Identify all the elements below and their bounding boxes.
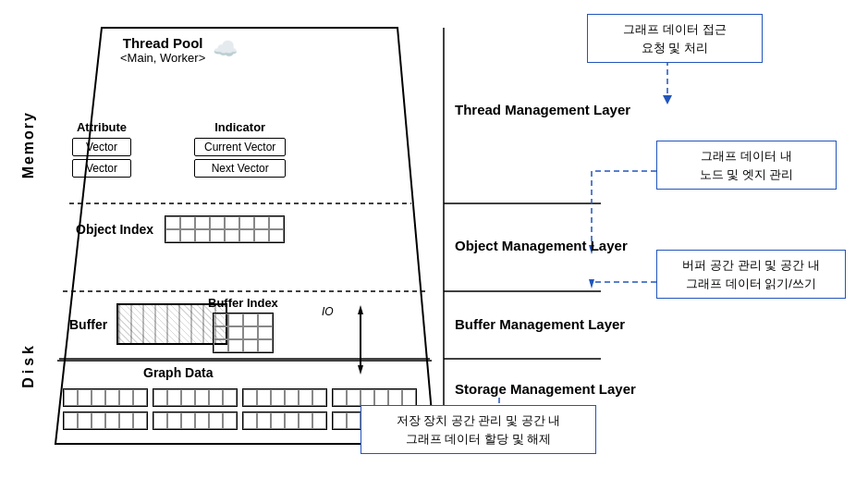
disk-group-6 bbox=[153, 411, 238, 430]
cloud-icon: ☁️ bbox=[213, 37, 238, 61]
disk-group-4 bbox=[332, 388, 417, 407]
korean-box-4: 저장 장치 공간 관리 및 공간 내 그래프 데이터 할당 및 해제 bbox=[361, 405, 596, 454]
buffer-index-grid bbox=[213, 313, 274, 353]
svg-marker-15 bbox=[589, 279, 594, 289]
korean-box-2: 그래프 데이터 내 노드 및 엣지 관리 bbox=[656, 141, 837, 190]
main-container: Memory Disk Thread Pool <Main, Worker> ☁… bbox=[0, 0, 868, 479]
graph-data-label: Graph Data bbox=[143, 365, 213, 380]
disk-group-2 bbox=[153, 388, 238, 407]
object-index-grid bbox=[165, 215, 285, 243]
thread-mgmt-label: Thread Management Layer bbox=[455, 100, 630, 119]
svg-marker-19 bbox=[358, 305, 363, 314]
object-index-section: Object Index bbox=[76, 215, 285, 243]
indicator-section: Indicator Current Vector Next Vector bbox=[194, 120, 286, 178]
disk-group-7 bbox=[242, 411, 327, 430]
ind-current: Current Vector bbox=[194, 138, 286, 156]
korean-box-3-line1: 버퍼 공간 관리 및 공간 내 bbox=[682, 258, 819, 272]
attribute-label: Attribute bbox=[72, 120, 131, 134]
disk-group-3 bbox=[242, 388, 327, 407]
buffer-section: Buffer bbox=[69, 303, 227, 345]
korean-box-1: 그래프 데이터 접근 요청 및 처리 bbox=[587, 14, 763, 63]
korean-box-2-line2: 노드 및 엣지 관리 bbox=[700, 167, 794, 181]
object-index-label: Object Index bbox=[76, 222, 153, 237]
korean-box-3: 버퍼 공간 관리 및 공간 내 그래프 데이터 읽기/쓰기 bbox=[656, 250, 846, 299]
korean-box-1-line1: 그래프 데이터 접근 bbox=[623, 22, 726, 36]
disk-row-1 bbox=[63, 388, 428, 407]
io-label: IO bbox=[322, 305, 334, 318]
disk-group-1 bbox=[63, 388, 148, 407]
korean-box-3-line2: 그래프 데이터 읽기/쓰기 bbox=[686, 276, 816, 290]
ind-next: Next Vector bbox=[194, 159, 286, 178]
storage-mgmt-label: Storage Management Layer bbox=[455, 379, 636, 399]
memory-label: Memory bbox=[20, 111, 37, 178]
thread-pool-sub: <Main, Worker> bbox=[120, 51, 205, 65]
object-mgmt-label: Object Management Layer bbox=[455, 236, 628, 255]
thread-pool-section: Thread Pool <Main, Worker> ☁️ bbox=[120, 35, 238, 65]
buffer-label: Buffer bbox=[69, 317, 107, 332]
thread-pool-title: Thread Pool bbox=[120, 35, 205, 51]
buffer-index-label: Buffer Index bbox=[208, 296, 278, 310]
svg-marker-10 bbox=[663, 95, 672, 104]
korean-box-1-line2: 요청 및 처리 bbox=[642, 41, 708, 55]
attr-vector1: Vector bbox=[72, 138, 131, 156]
korean-box-4-line2: 그래프 데이터 할당 및 해제 bbox=[406, 432, 551, 446]
attribute-section: Attribute Vector Vector bbox=[72, 120, 131, 178]
attr-vector2: Vector bbox=[72, 159, 131, 178]
disk-label: Disk bbox=[20, 342, 37, 388]
buffer-mgmt-label: Buffer Management Layer bbox=[455, 314, 625, 334]
korean-box-2-line1: 그래프 데이터 내 bbox=[701, 149, 791, 163]
svg-marker-20 bbox=[358, 365, 363, 375]
buffer-index-section: Buffer Index bbox=[208, 296, 278, 353]
korean-box-4-line1: 저장 장치 공간 관리 및 공간 내 bbox=[397, 413, 561, 427]
disk-group-5 bbox=[63, 411, 148, 430]
indicator-label: Indicator bbox=[194, 120, 286, 134]
